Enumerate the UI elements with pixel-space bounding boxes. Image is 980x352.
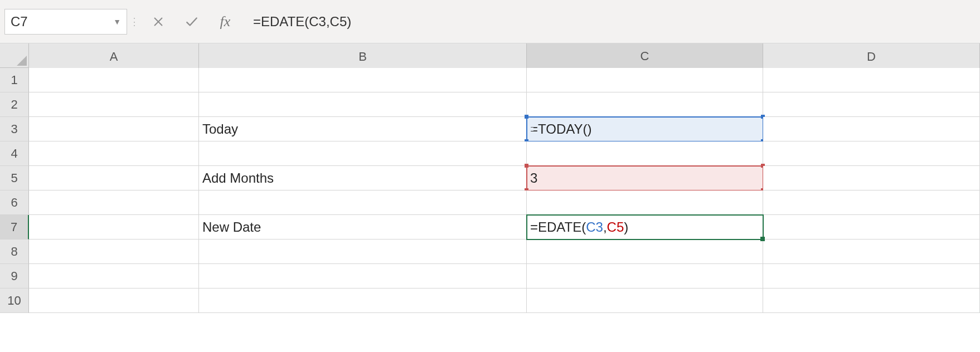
row-header-1[interactable]: 1 [0, 68, 29, 92]
cell-A9[interactable] [29, 264, 199, 289]
name-box-input[interactable] [11, 14, 113, 30]
cell-D5[interactable] [763, 166, 980, 190]
formula-bar-splitter[interactable]: ⋮ [133, 9, 136, 35]
cell-B3[interactable]: Today [199, 117, 527, 141]
cell-C3[interactable]: =TODAY() [527, 117, 763, 141]
close-icon [152, 16, 164, 28]
row-header-4[interactable]: 4 [0, 141, 29, 166]
cell-A10[interactable] [29, 289, 199, 313]
cell-C5[interactable]: 3 [527, 166, 763, 190]
row-header-3[interactable]: 3 [0, 117, 29, 141]
cell-B1[interactable] [199, 68, 527, 92]
row-header-9[interactable]: 9 [0, 264, 29, 289]
row-header-2[interactable]: 2 [0, 92, 29, 117]
cell-C4[interactable] [527, 141, 763, 166]
enter-button[interactable] [175, 9, 208, 35]
cell-B10[interactable] [199, 289, 527, 313]
check-icon [185, 14, 199, 29]
cell-A2[interactable] [29, 92, 199, 117]
insert-function-button[interactable]: fx [208, 13, 242, 30]
cell-D1[interactable] [763, 68, 980, 92]
cell-B7[interactable]: New Date [199, 215, 527, 239]
cell-B4[interactable] [199, 141, 527, 166]
cell-B8[interactable] [199, 239, 527, 264]
cell-C6[interactable] [527, 190, 763, 215]
fill-handle[interactable] [760, 237, 765, 241]
spreadsheet-grid[interactable]: A B C D 1 2 3 Today =TODAY() 4 5 Add Mon… [0, 43, 980, 313]
cell-C7-formula: =EDATE(C3,C5) [530, 219, 628, 235]
cell-D7[interactable] [763, 215, 980, 239]
cell-A4[interactable] [29, 141, 199, 166]
cell-D2[interactable] [763, 92, 980, 117]
cell-C1[interactable] [527, 68, 763, 92]
cell-C2[interactable] [527, 92, 763, 117]
cell-A7[interactable] [29, 215, 199, 239]
col-header-B[interactable]: B [199, 43, 527, 70]
name-box-dropdown-icon[interactable]: ▼ [113, 17, 121, 26]
cell-C3-value: =TODAY() [530, 121, 591, 137]
cell-A1[interactable] [29, 68, 199, 92]
row-header-10[interactable]: 10 [0, 289, 29, 313]
cell-B2[interactable] [199, 92, 527, 117]
cell-D3[interactable] [763, 117, 980, 141]
cancel-button[interactable] [142, 9, 175, 35]
col-header-A[interactable]: A [29, 43, 199, 70]
cell-D9[interactable] [763, 264, 980, 289]
col-header-C[interactable]: C [527, 43, 763, 70]
row-header-5[interactable]: 5 [0, 166, 29, 190]
select-all-corner[interactable] [0, 43, 29, 68]
cell-C10[interactable] [527, 289, 763, 313]
cell-D6[interactable] [763, 190, 980, 215]
cell-B9[interactable] [199, 264, 527, 289]
name-box[interactable]: ▼ [4, 9, 127, 35]
cell-C8[interactable] [527, 239, 763, 264]
cell-A5[interactable] [29, 166, 199, 190]
cell-A6[interactable] [29, 190, 199, 215]
cell-B5[interactable]: Add Months [199, 166, 527, 190]
cell-A8[interactable] [29, 239, 199, 264]
cell-D4[interactable] [763, 141, 980, 166]
cell-C9[interactable] [527, 264, 763, 289]
cell-D10[interactable] [763, 289, 980, 313]
cell-C7[interactable]: =EDATE(C3,C5) [527, 215, 763, 239]
cell-B6[interactable] [199, 190, 527, 215]
formula-bar: ▼ ⋮ fx [0, 0, 980, 43]
row-header-6[interactable]: 6 [0, 190, 29, 215]
cell-A3[interactable] [29, 117, 199, 141]
row-header-7[interactable]: 7 [0, 215, 29, 239]
cell-C5-value: 3 [530, 170, 537, 186]
col-header-D[interactable]: D [763, 43, 980, 70]
formula-input[interactable] [242, 9, 980, 35]
row-header-8[interactable]: 8 [0, 239, 29, 264]
cell-D8[interactable] [763, 239, 980, 264]
